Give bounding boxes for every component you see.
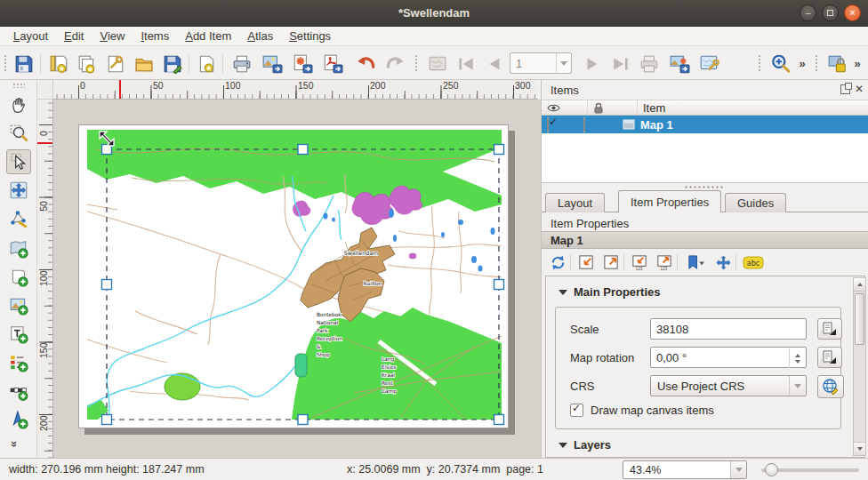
zoom-out-extent-button[interactable] [600,252,622,273]
toolbar-drag-handle[interactable] [758,54,762,73]
add-north-arrow-button[interactable] [6,407,31,432]
tab-item-properties[interactable]: Item Properties [618,190,721,212]
lock-column-header[interactable] [588,100,638,115]
set-extent-to-canvas-button[interactable]: 123 [629,252,650,273]
add-label-button[interactable] [6,322,31,347]
scrollbar-thumb[interactable] [855,293,864,345]
draw-canvas-items-checkbox[interactable] [570,404,583,417]
zoom-level-combo[interactable] [623,460,747,479]
atlas-page-dropdown[interactable] [556,53,571,73]
lock-items-button[interactable] [825,52,849,76]
toolbar-drag-handle[interactable] [414,54,419,73]
print-atlas-button[interactable] [637,52,661,76]
selection-handle[interactable] [494,280,504,290]
crs-select-button[interactable] [817,375,844,398]
visibility-column-header[interactable] [542,100,588,115]
tab-layout[interactable]: Layout [545,193,605,212]
lock-toolbar-overflow[interactable]: » [850,52,864,76]
items-list[interactable]: Map 1 [542,116,868,183]
layout-manager-button[interactable] [103,52,127,76]
spin-buttons[interactable] [789,348,805,368]
minimize-button[interactable]: – [800,4,816,21]
selection-handle[interactable] [298,415,308,425]
scale-data-defined-button[interactable] [817,318,842,340]
maximize-button[interactable] [822,4,839,21]
print-button[interactable] [229,52,253,76]
move-item-content-button[interactable] [6,178,31,203]
pan-tool-button[interactable] [6,92,31,117]
save-button[interactable] [12,52,36,76]
atlas-preview-button[interactable] [425,52,449,76]
lock-checkbox[interactable] [583,117,585,132]
set-canvas-to-extent-button[interactable]: 123 [654,252,675,273]
export-svg-button[interactable] [290,52,314,76]
crs-combo[interactable]: Use Project CRS [650,375,807,396]
panel-splitter-handle[interactable] [684,185,725,189]
new-layout-button[interactable] [46,52,70,76]
layout-page[interactable]: Swellendam Railton Bontebok National Par… [78,124,509,428]
new-from-template-button[interactable] [194,52,218,76]
add-picture-button[interactable] [6,293,31,318]
save-as-button[interactable] [160,52,184,76]
add-scalebar-button[interactable] [6,379,31,404]
atlas-last-button[interactable] [608,52,632,76]
visibility-checkbox[interactable] [547,117,549,132]
duplicate-layout-button[interactable] [75,52,99,76]
interactive-extent-button[interactable] [712,252,734,273]
add-map-button[interactable] [6,236,31,261]
menu-items[interactable]: Items [133,28,177,44]
undo-button[interactable] [354,52,378,76]
zoom-to-extent-button[interactable] [575,252,597,273]
toolbar-drag-handle[interactable] [815,54,819,73]
export-image-button[interactable] [260,52,284,76]
atlas-prev-button[interactable] [482,52,506,76]
selection-handle[interactable] [102,415,112,425]
atlas-settings-button[interactable] [697,52,721,76]
close-panel-icon[interactable]: ✕ [855,84,864,94]
add-legend-button[interactable] [6,350,31,375]
atlas-first-button[interactable] [454,52,478,76]
zoom-slider[interactable] [761,468,859,472]
atlas-page-input[interactable] [510,53,556,73]
tab-guides[interactable]: Guides [725,193,786,212]
map-canvas-svg[interactable]: Swellendam Railton Bontebok National Par… [78,124,510,430]
menu-atlas[interactable]: Atlas [239,28,281,44]
item-column-header[interactable]: Item [638,100,868,115]
zoom-toolbar-overflow[interactable]: » [795,52,809,76]
toolbar-drag-handle[interactable] [12,83,25,88]
vertical-scrollbar[interactable] [853,277,866,456]
selection-handle[interactable] [494,415,504,425]
scale-input[interactable] [650,318,807,340]
main-properties-section-header[interactable]: Main Properties [559,285,661,299]
draw-canvas-items-row[interactable]: Draw map canvas items [570,404,714,417]
open-layout-button[interactable] [132,52,156,76]
add-3d-map-button[interactable] [6,265,31,290]
export-pdf-button[interactable] [320,52,344,76]
edit-nodes-button[interactable] [6,206,31,231]
layers-section-header[interactable]: Layers [559,438,611,452]
zoom-slider-handle[interactable] [765,463,778,476]
menu-add-item[interactable]: Add Item [177,28,239,44]
zoom-level-input[interactable] [623,461,730,478]
items-row-map1[interactable]: Map 1 [542,116,868,133]
selection-handle[interactable] [102,280,112,290]
atlas-page-combo[interactable] [510,52,572,74]
rotation-spinbox[interactable]: 0,00 ° [650,347,807,368]
scroll-up-button[interactable] [854,278,865,292]
zoom-tool-button[interactable] [6,121,31,146]
menu-view[interactable]: View [92,28,133,44]
menu-settings[interactable]: Settings [281,28,339,44]
float-panel-icon[interactable] [840,84,850,94]
bookmark-button[interactable] [682,252,709,273]
select-move-item-button[interactable] [6,149,31,174]
selection-handle[interactable] [494,145,504,155]
zoom-dropdown-button[interactable] [730,461,746,478]
toolbar-drag-handle[interactable] [4,54,8,73]
close-button[interactable]: × [844,4,861,21]
export-atlas-button[interactable] [667,52,691,76]
menu-layout[interactable]: Layout [5,28,56,44]
labeling-settings-button[interactable]: abc [741,252,766,273]
refresh-map-button[interactable] [547,252,568,273]
redo-button[interactable] [382,52,406,76]
toolbox-overflow-chevron[interactable]: » [8,441,21,447]
